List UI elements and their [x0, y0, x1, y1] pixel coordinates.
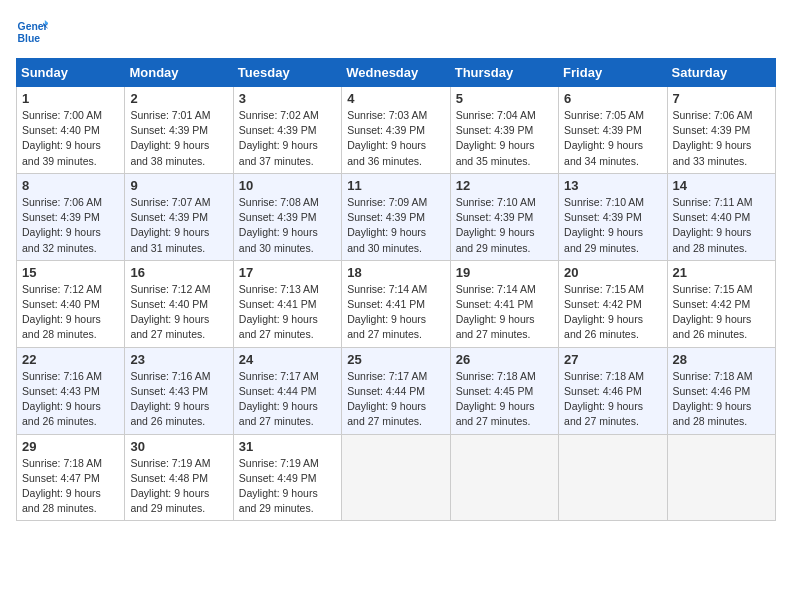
- calendar-cell: 22 Sunrise: 7:16 AM Sunset: 4:43 PM Dayl…: [17, 347, 125, 434]
- daylight-text: Daylight: 9 hours and 26 minutes.: [130, 400, 209, 427]
- day-number: 31: [239, 439, 336, 454]
- day-number: 5: [456, 91, 553, 106]
- day-number: 29: [22, 439, 119, 454]
- week-row-1: 1 Sunrise: 7:00 AM Sunset: 4:40 PM Dayli…: [17, 87, 776, 174]
- day-info: Sunrise: 7:06 AM Sunset: 4:39 PM Dayligh…: [673, 108, 770, 169]
- sunset-text: Sunset: 4:44 PM: [239, 385, 317, 397]
- calendar-table: SundayMondayTuesdayWednesdayThursdayFrid…: [16, 58, 776, 521]
- daylight-text: Daylight: 9 hours and 36 minutes.: [347, 139, 426, 166]
- daylight-text: Daylight: 9 hours and 33 minutes.: [673, 139, 752, 166]
- daylight-text: Daylight: 9 hours and 31 minutes.: [130, 226, 209, 253]
- sunset-text: Sunset: 4:40 PM: [130, 298, 208, 310]
- calendar-cell: 1 Sunrise: 7:00 AM Sunset: 4:40 PM Dayli…: [17, 87, 125, 174]
- day-info: Sunrise: 7:04 AM Sunset: 4:39 PM Dayligh…: [456, 108, 553, 169]
- week-row-4: 22 Sunrise: 7:16 AM Sunset: 4:43 PM Dayl…: [17, 347, 776, 434]
- sunrise-text: Sunrise: 7:15 AM: [564, 283, 644, 295]
- col-header-sunday: Sunday: [17, 59, 125, 87]
- calendar-cell: 12 Sunrise: 7:10 AM Sunset: 4:39 PM Dayl…: [450, 173, 558, 260]
- page-header: General Blue: [16, 16, 776, 48]
- day-info: Sunrise: 7:07 AM Sunset: 4:39 PM Dayligh…: [130, 195, 227, 256]
- day-info: Sunrise: 7:18 AM Sunset: 4:46 PM Dayligh…: [673, 369, 770, 430]
- sunset-text: Sunset: 4:42 PM: [564, 298, 642, 310]
- calendar-cell: 16 Sunrise: 7:12 AM Sunset: 4:40 PM Dayl…: [125, 260, 233, 347]
- calendar-cell: 2 Sunrise: 7:01 AM Sunset: 4:39 PM Dayli…: [125, 87, 233, 174]
- calendar-cell: 3 Sunrise: 7:02 AM Sunset: 4:39 PM Dayli…: [233, 87, 341, 174]
- daylight-text: Daylight: 9 hours and 38 minutes.: [130, 139, 209, 166]
- calendar-cell: 30 Sunrise: 7:19 AM Sunset: 4:48 PM Dayl…: [125, 434, 233, 521]
- day-number: 21: [673, 265, 770, 280]
- sunset-text: Sunset: 4:40 PM: [22, 124, 100, 136]
- sunset-text: Sunset: 4:43 PM: [130, 385, 208, 397]
- day-number: 12: [456, 178, 553, 193]
- sunrise-text: Sunrise: 7:10 AM: [456, 196, 536, 208]
- calendar-cell: 8 Sunrise: 7:06 AM Sunset: 4:39 PM Dayli…: [17, 173, 125, 260]
- sunset-text: Sunset: 4:39 PM: [239, 124, 317, 136]
- sunset-text: Sunset: 4:41 PM: [456, 298, 534, 310]
- day-info: Sunrise: 7:09 AM Sunset: 4:39 PM Dayligh…: [347, 195, 444, 256]
- sunset-text: Sunset: 4:39 PM: [456, 211, 534, 223]
- day-number: 27: [564, 352, 661, 367]
- sunset-text: Sunset: 4:39 PM: [22, 211, 100, 223]
- sunrise-text: Sunrise: 7:06 AM: [22, 196, 102, 208]
- day-number: 28: [673, 352, 770, 367]
- sunset-text: Sunset: 4:39 PM: [130, 211, 208, 223]
- day-number: 24: [239, 352, 336, 367]
- day-info: Sunrise: 7:01 AM Sunset: 4:39 PM Dayligh…: [130, 108, 227, 169]
- svg-text:Blue: Blue: [18, 33, 41, 44]
- day-info: Sunrise: 7:10 AM Sunset: 4:39 PM Dayligh…: [564, 195, 661, 256]
- day-number: 7: [673, 91, 770, 106]
- day-number: 22: [22, 352, 119, 367]
- calendar-cell: 31 Sunrise: 7:19 AM Sunset: 4:49 PM Dayl…: [233, 434, 341, 521]
- calendar-cell: 11 Sunrise: 7:09 AM Sunset: 4:39 PM Dayl…: [342, 173, 450, 260]
- day-number: 8: [22, 178, 119, 193]
- week-row-3: 15 Sunrise: 7:12 AM Sunset: 4:40 PM Dayl…: [17, 260, 776, 347]
- sunrise-text: Sunrise: 7:16 AM: [130, 370, 210, 382]
- sunrise-text: Sunrise: 7:13 AM: [239, 283, 319, 295]
- day-number: 19: [456, 265, 553, 280]
- day-info: Sunrise: 7:14 AM Sunset: 4:41 PM Dayligh…: [456, 282, 553, 343]
- daylight-text: Daylight: 9 hours and 29 minutes.: [456, 226, 535, 253]
- day-info: Sunrise: 7:11 AM Sunset: 4:40 PM Dayligh…: [673, 195, 770, 256]
- daylight-text: Daylight: 9 hours and 30 minutes.: [347, 226, 426, 253]
- sunset-text: Sunset: 4:39 PM: [130, 124, 208, 136]
- sunrise-text: Sunrise: 7:18 AM: [22, 457, 102, 469]
- col-header-saturday: Saturday: [667, 59, 775, 87]
- day-info: Sunrise: 7:14 AM Sunset: 4:41 PM Dayligh…: [347, 282, 444, 343]
- day-info: Sunrise: 7:19 AM Sunset: 4:48 PM Dayligh…: [130, 456, 227, 517]
- sunrise-text: Sunrise: 7:11 AM: [673, 196, 753, 208]
- sunset-text: Sunset: 4:40 PM: [22, 298, 100, 310]
- day-number: 10: [239, 178, 336, 193]
- day-number: 6: [564, 91, 661, 106]
- sunset-text: Sunset: 4:39 PM: [456, 124, 534, 136]
- calendar-cell: 9 Sunrise: 7:07 AM Sunset: 4:39 PM Dayli…: [125, 173, 233, 260]
- day-number: 15: [22, 265, 119, 280]
- calendar-cell: 4 Sunrise: 7:03 AM Sunset: 4:39 PM Dayli…: [342, 87, 450, 174]
- sunset-text: Sunset: 4:39 PM: [564, 124, 642, 136]
- daylight-text: Daylight: 9 hours and 39 minutes.: [22, 139, 101, 166]
- sunrise-text: Sunrise: 7:10 AM: [564, 196, 644, 208]
- calendar-cell: 7 Sunrise: 7:06 AM Sunset: 4:39 PM Dayli…: [667, 87, 775, 174]
- calendar-cell: 10 Sunrise: 7:08 AM Sunset: 4:39 PM Dayl…: [233, 173, 341, 260]
- day-info: Sunrise: 7:17 AM Sunset: 4:44 PM Dayligh…: [239, 369, 336, 430]
- daylight-text: Daylight: 9 hours and 35 minutes.: [456, 139, 535, 166]
- daylight-text: Daylight: 9 hours and 27 minutes.: [564, 400, 643, 427]
- sunrise-text: Sunrise: 7:16 AM: [22, 370, 102, 382]
- calendar-cell: 29 Sunrise: 7:18 AM Sunset: 4:47 PM Dayl…: [17, 434, 125, 521]
- sunset-text: Sunset: 4:40 PM: [673, 211, 751, 223]
- sunrise-text: Sunrise: 7:06 AM: [673, 109, 753, 121]
- sunset-text: Sunset: 4:44 PM: [347, 385, 425, 397]
- sunrise-text: Sunrise: 7:19 AM: [239, 457, 319, 469]
- daylight-text: Daylight: 9 hours and 28 minutes.: [673, 400, 752, 427]
- day-number: 13: [564, 178, 661, 193]
- sunset-text: Sunset: 4:47 PM: [22, 472, 100, 484]
- daylight-text: Daylight: 9 hours and 27 minutes.: [347, 313, 426, 340]
- sunset-text: Sunset: 4:39 PM: [673, 124, 751, 136]
- calendar-cell: [450, 434, 558, 521]
- daylight-text: Daylight: 9 hours and 28 minutes.: [22, 487, 101, 514]
- day-number: 16: [130, 265, 227, 280]
- calendar-cell: 27 Sunrise: 7:18 AM Sunset: 4:46 PM Dayl…: [559, 347, 667, 434]
- day-number: 14: [673, 178, 770, 193]
- sunrise-text: Sunrise: 7:12 AM: [130, 283, 210, 295]
- sunrise-text: Sunrise: 7:17 AM: [239, 370, 319, 382]
- sunset-text: Sunset: 4:46 PM: [673, 385, 751, 397]
